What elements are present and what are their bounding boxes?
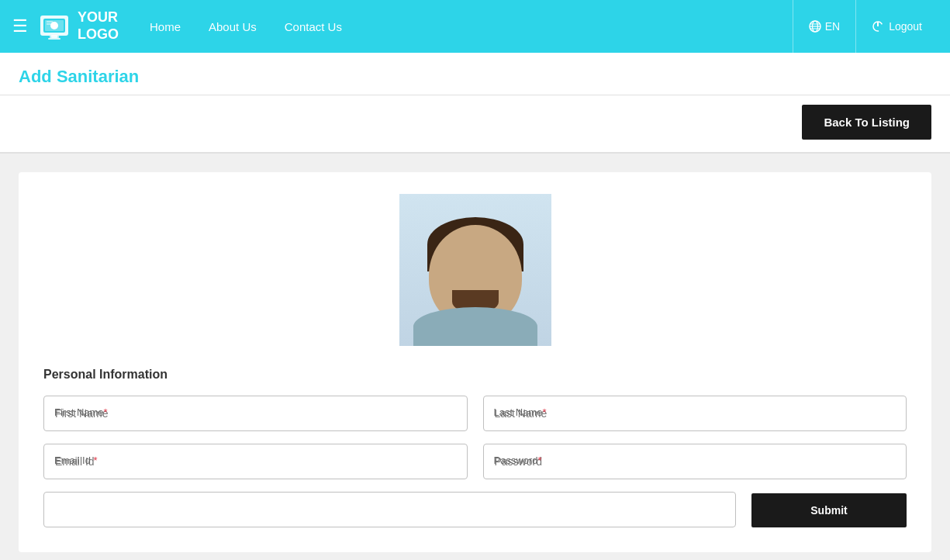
nav-contact[interactable]: Contact Us	[285, 20, 342, 33]
page-header: Add Sanitarian	[0, 53, 950, 95]
navbar-right: EN Logout	[793, 0, 938, 53]
main-content: Personal Information First Name* Last Na…	[0, 154, 950, 560]
form-card: Personal Information First Name* Last Na…	[19, 172, 931, 552]
password-group: Password*	[483, 444, 907, 479]
logo-icon	[37, 9, 71, 43]
last-name-group: Last Name*	[483, 396, 907, 431]
logout-label: Logout	[889, 20, 922, 33]
page-title: Add Sanitarian	[19, 67, 931, 87]
navbar: ☰ YOUR LOGO Home About Us Contact Us	[0, 0, 950, 53]
globe-icon	[809, 20, 821, 33]
extra-field-input[interactable]	[43, 492, 736, 527]
nav-links: Home About Us Contact Us	[150, 20, 793, 33]
first-name-input[interactable]	[43, 396, 468, 431]
password-input[interactable]	[483, 444, 907, 479]
hamburger-icon[interactable]: ☰	[12, 16, 28, 36]
form-row-credentials: Email Id * Password*	[43, 444, 907, 479]
last-name-input[interactable]	[483, 396, 907, 431]
nav-home[interactable]: Home	[150, 20, 181, 33]
svg-point-3	[50, 22, 58, 29]
submit-group: Submit	[751, 492, 907, 527]
submit-button[interactable]: Submit	[751, 493, 907, 527]
nav-about[interactable]: About Us	[209, 20, 257, 33]
first-name-group: First Name*	[43, 396, 468, 431]
form-row-extra: Submit	[43, 492, 907, 527]
email-input[interactable]	[43, 444, 468, 479]
logo: YOUR LOGO	[37, 9, 119, 43]
svg-rect-5	[51, 35, 57, 38]
power-icon	[872, 20, 884, 33]
section-personal-info: Personal Information	[43, 368, 907, 382]
language-selector[interactable]: EN	[793, 0, 856, 53]
email-group: Email Id *	[43, 444, 468, 479]
logout-button[interactable]: Logout	[856, 0, 938, 53]
action-bar: Back To Listing	[0, 95, 950, 154]
avatar-body	[413, 307, 537, 346]
avatar[interactable]	[399, 194, 551, 346]
logo-text: YOUR LOGO	[78, 9, 119, 43]
svg-rect-6	[48, 38, 60, 40]
back-to-listing-button[interactable]: Back To Listing	[802, 105, 931, 140]
avatar-section	[43, 194, 907, 346]
extra-field-group	[43, 492, 736, 527]
form-row-name: First Name* Last Name*	[43, 396, 907, 431]
lang-label: EN	[825, 20, 840, 33]
